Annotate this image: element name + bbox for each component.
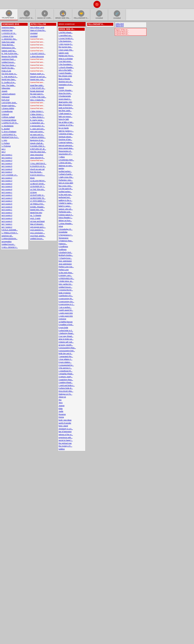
list-item[interactable]: who is this faithf... [59, 69, 85, 72]
list-item[interactable]: Roxanne [59, 413, 85, 416]
list-item[interactable]: Book of Books [59, 78, 85, 80]
list-item[interactable]: Israel flag celeb... [30, 84, 56, 87]
list-item[interactable]: Godliness [59, 248, 85, 251]
list-item[interactable]: 1 olivet discourse [30, 55, 56, 58]
list-item[interactable]: World Intro Dare... [1, 78, 28, 81]
list-item[interactable]: 1 spirit and bride s... [59, 384, 85, 387]
list-item[interactable]: 2 our way #head... [59, 335, 85, 338]
list-item[interactable]: cp. 7 4 beasts [30, 214, 56, 217]
list-item[interactable]: act 3 scene 5 [1, 165, 28, 168]
list-item[interactable]: 2 kingship #head... [59, 372, 85, 375]
list-item[interactable]: few chosen ones [59, 74, 85, 78]
list-item[interactable]: christianty is a b... [59, 428, 85, 430]
list-item[interactable]: Beware the SNARE [1, 55, 28, 58]
list-item[interactable]: Joseph [1, 90, 28, 93]
list-item[interactable]: armageddon [1, 240, 28, 243]
list-item[interactable]: 5 qualities of brid... [59, 323, 85, 326]
list-item[interactable]: purified perfect... [59, 170, 85, 173]
list-item[interactable]: DANIEL #header... [30, 206, 56, 208]
list-item[interactable]: 1 gods quest intro [59, 312, 85, 315]
list-item[interactable]: 7 separated #he... [59, 355, 85, 358]
list-item[interactable]: act 6 scene 4 [1, 217, 28, 220]
list-item[interactable]: Cannot find serv... [30, 44, 56, 46]
list-item[interactable]: church as sam oel [30, 168, 56, 171]
list-item[interactable]: 2 false christs c... [30, 113, 56, 116]
list-item[interactable]: rapture: who wh... [59, 208, 85, 211]
list-item[interactable]: Intro Follow Lamb [30, 26, 56, 29]
list-item[interactable]: experience with... [59, 436, 85, 439]
list-item[interactable]: Ilpo [59, 398, 85, 402]
list-item[interactable]: Perfect Love Cas... [59, 265, 85, 268]
list-item[interactable]: 14 THE TEN KIN... [30, 188, 56, 191]
list-item[interactable]: intros #header l... [59, 216, 85, 219]
list-item[interactable]: doctrine not a di... [59, 80, 85, 83]
list-item[interactable]: witness of the st... [59, 433, 85, 436]
list-item[interactable]: C. wars and com... [30, 128, 56, 130]
list-item[interactable]: 1 Voices of Sin [1, 35, 28, 38]
list-item[interactable]: belief in raptur... [59, 205, 85, 208]
list-item[interactable]: Rahab and The d... [59, 54, 85, 57]
list-item[interactable]: act 5 scene 1 [1, 191, 28, 194]
list-item[interactable]: love: submission [59, 260, 85, 262]
list-item[interactable]: act 3 scene 3 [1, 159, 28, 162]
list-item[interactable]: 1 believing #head... [59, 332, 85, 335]
list-item[interactable]: at loving: Mortify... [59, 344, 85, 346]
list-item[interactable]: Cannot find serv... [30, 61, 56, 64]
list-item[interactable]: 2 proving the bri... [59, 288, 85, 292]
list-item[interactable]: 6 overcoming in C... [59, 303, 85, 306]
list-item[interactable]: Jews miraculous [30, 153, 56, 156]
list-item[interactable]: Unvisited [30, 32, 56, 35]
list-item[interactable]: 13 RAPIER OF T... [30, 185, 56, 188]
list-item[interactable]: 3 rapture: ready... [59, 375, 85, 378]
list-item[interactable]: 1 virtue #header... [59, 222, 85, 225]
list-item[interactable]: 1 OLIVET DISCO... [30, 52, 56, 55]
list-item[interactable]: 1 intro journey b... [59, 43, 85, 46]
nav-item-antichrist[interactable]: ⚠ ANTICHRIST SI... [18, 9, 36, 20]
list-item[interactable]: 5 DANIEL END S... [30, 145, 56, 148]
list-item[interactable]: pick up cross daily [59, 182, 85, 184]
list-item[interactable]: 2 Antediluvian [1, 110, 28, 113]
list-item[interactable]: 2 SANCTIFIED P... [59, 37, 85, 40]
list-item[interactable]: 3 trinity #header... [59, 89, 85, 92]
list-item[interactable]: Cannot find serv... [30, 81, 56, 84]
list-item[interactable]: Cannot find serv... [30, 70, 56, 72]
list-item[interactable]: four cross: intro... [59, 184, 85, 188]
list-item[interactable]: antichrist rall... [1, 234, 28, 238]
list-item[interactable]: Evil's End [1, 98, 28, 102]
list-item[interactable]: 7 pillars [59, 156, 85, 158]
list-item[interactable]: altar of burning f... [59, 104, 85, 106]
list-item[interactable]: 14 faithful fiancee [59, 320, 85, 324]
list-item[interactable]: cp11 conclusion ... [30, 232, 56, 234]
list-item[interactable]: 2 wheel of perfe... [59, 173, 85, 176]
list-item[interactable]: wepley [59, 167, 85, 170]
list-item[interactable]: In the spirit mai... [59, 193, 85, 196]
list-item[interactable]: act 4 scene 5 [1, 185, 28, 188]
list-item[interactable]: cp10. 2 parts [30, 217, 56, 220]
list-item[interactable]: Deliverance Chil... [1, 46, 28, 49]
list-item[interactable]: Cannot find serv... [30, 66, 56, 70]
list-item[interactable]: Terry [59, 401, 85, 404]
list-item[interactable]: the journey beg... [59, 46, 85, 48]
list-item[interactable]: 2 born again #he... [59, 48, 85, 52]
list-item[interactable]: what is a christian [59, 57, 85, 60]
list-item[interactable]: wars and comm... [30, 130, 56, 133]
list-item[interactable]: cp13 final: antichr... [30, 234, 56, 238]
list-item[interactable]: 5 encouraging #hea... [59, 346, 85, 349]
list-item[interactable]: 4 god's quest for... [59, 309, 85, 312]
list-item[interactable]: gospel [59, 86, 85, 89]
list-item[interactable]: Jews returning fr... [30, 156, 56, 159]
list-item[interactable]: 1 VOICES OF SI... [1, 32, 28, 35]
list-item[interactable]: resurrection of f... [59, 152, 85, 156]
list-item[interactable]: Mao of Alexand... [30, 223, 56, 226]
nav-item-trumpeteer[interactable]: 📯 TRUMPETEER ... [0, 9, 18, 20]
list-item[interactable]: 3 Divorce [59, 318, 85, 320]
list-item[interactable]: Cannot find serv... [30, 64, 56, 67]
list-item[interactable]: 5 Universal Whore [1, 119, 28, 122]
list-item[interactable]: 4 Whore Judged [1, 116, 28, 119]
list-item[interactable]: 2 waiting #head... [59, 381, 85, 384]
list-item[interactable]: 1 martyrdom: pe... [30, 122, 56, 124]
list-item[interactable]: 6 RETURN OF JE... [30, 148, 56, 150]
list-item[interactable]: ACT 4 SCENE 1 #... [1, 174, 28, 176]
list-item[interactable]: 5 eternal judgme... [59, 141, 85, 144]
list-item[interactable]: Mystery babylon... [1, 104, 28, 107]
